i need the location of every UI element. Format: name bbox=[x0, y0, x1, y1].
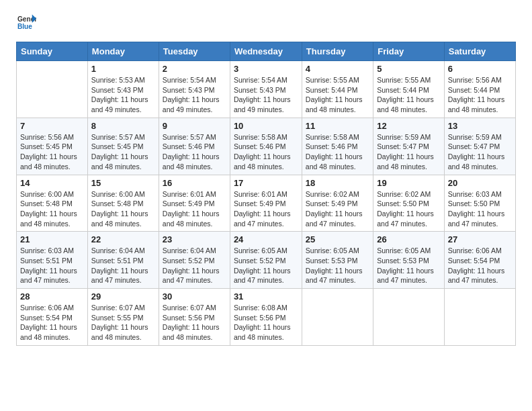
day-number: 4 bbox=[306, 64, 369, 74]
calendar-day-cell: 19Sunrise: 6:02 AM Sunset: 5:50 PM Dayli… bbox=[373, 175, 445, 232]
day-number: 31 bbox=[234, 291, 298, 302]
day-info: Sunrise: 5:56 AM Sunset: 5:45 PM Dayligh… bbox=[20, 132, 84, 172]
calendar-day-cell: 27Sunrise: 6:06 AM Sunset: 5:54 PM Dayli… bbox=[444, 232, 515, 289]
day-info: Sunrise: 6:05 AM Sunset: 5:53 PM Dayligh… bbox=[377, 246, 441, 285]
day-number: 7 bbox=[20, 121, 84, 131]
day-info: Sunrise: 6:03 AM Sunset: 5:51 PM Dayligh… bbox=[20, 246, 84, 285]
calendar-week-row: 7Sunrise: 5:56 AM Sunset: 5:45 PM Daylig… bbox=[17, 118, 516, 175]
day-number: 24 bbox=[234, 234, 298, 244]
day-info: Sunrise: 5:54 AM Sunset: 5:43 PM Dayligh… bbox=[163, 75, 226, 115]
calendar-day-cell: 6Sunrise: 5:56 AM Sunset: 5:44 PM Daylig… bbox=[444, 61, 515, 118]
day-number: 21 bbox=[20, 234, 84, 244]
day-number: 15 bbox=[91, 178, 155, 188]
calendar-day-cell: 22Sunrise: 6:04 AM Sunset: 5:51 PM Dayli… bbox=[87, 232, 159, 289]
calendar-day-cell: 11Sunrise: 5:58 AM Sunset: 5:46 PM Dayli… bbox=[302, 118, 373, 175]
calendar-day-cell: 12Sunrise: 5:59 AM Sunset: 5:47 PM Dayli… bbox=[373, 118, 445, 175]
day-number: 29 bbox=[91, 291, 155, 302]
day-number: 25 bbox=[306, 234, 369, 244]
svg-text:Blue: Blue bbox=[17, 23, 32, 30]
day-info: Sunrise: 6:04 AM Sunset: 5:52 PM Dayligh… bbox=[163, 246, 226, 285]
calendar-day-cell: 28Sunrise: 6:06 AM Sunset: 5:54 PM Dayli… bbox=[17, 289, 88, 346]
day-number: 11 bbox=[306, 121, 369, 131]
calendar-day-cell: 17Sunrise: 6:01 AM Sunset: 5:49 PM Dayli… bbox=[230, 175, 302, 232]
day-number: 30 bbox=[163, 291, 226, 302]
calendar-day-cell: 31Sunrise: 6:08 AM Sunset: 5:56 PM Dayli… bbox=[230, 289, 302, 346]
calendar-day-cell: 13Sunrise: 5:59 AM Sunset: 5:47 PM Dayli… bbox=[444, 118, 515, 175]
day-info: Sunrise: 6:01 AM Sunset: 5:49 PM Dayligh… bbox=[234, 189, 298, 229]
day-info: Sunrise: 5:59 AM Sunset: 5:47 PM Dayligh… bbox=[377, 132, 441, 172]
day-number: 17 bbox=[234, 178, 298, 188]
weekday-header-cell: Wednesday bbox=[230, 42, 302, 61]
day-number: 12 bbox=[377, 121, 441, 131]
day-number: 10 bbox=[234, 121, 298, 131]
calendar-day-cell: 29Sunrise: 6:07 AM Sunset: 5:55 PM Dayli… bbox=[87, 289, 159, 346]
day-info: Sunrise: 6:02 AM Sunset: 5:49 PM Dayligh… bbox=[306, 189, 369, 229]
day-number: 13 bbox=[448, 121, 512, 131]
calendar-day-cell bbox=[373, 289, 445, 346]
calendar-week-row: 28Sunrise: 6:06 AM Sunset: 5:54 PM Dayli… bbox=[17, 289, 516, 346]
calendar-day-cell: 18Sunrise: 6:02 AM Sunset: 5:49 PM Dayli… bbox=[302, 175, 373, 232]
day-number: 22 bbox=[91, 234, 155, 244]
calendar-day-cell bbox=[302, 289, 373, 346]
calendar-day-cell: 16Sunrise: 6:01 AM Sunset: 5:49 PM Dayli… bbox=[159, 175, 230, 232]
day-info: Sunrise: 5:53 AM Sunset: 5:43 PM Dayligh… bbox=[91, 75, 155, 115]
day-info: Sunrise: 6:02 AM Sunset: 5:50 PM Dayligh… bbox=[377, 189, 441, 229]
day-info: Sunrise: 6:00 AM Sunset: 5:48 PM Dayligh… bbox=[20, 189, 84, 229]
weekday-header-cell: Tuesday bbox=[159, 42, 230, 61]
calendar-week-row: 21Sunrise: 6:03 AM Sunset: 5:51 PM Dayli… bbox=[17, 232, 516, 289]
calendar-day-cell: 10Sunrise: 5:58 AM Sunset: 5:46 PM Dayli… bbox=[230, 118, 302, 175]
calendar-week-row: 14Sunrise: 6:00 AM Sunset: 5:48 PM Dayli… bbox=[17, 175, 516, 232]
calendar-day-cell: 2Sunrise: 5:54 AM Sunset: 5:43 PM Daylig… bbox=[159, 61, 230, 118]
day-number: 14 bbox=[20, 178, 84, 188]
day-info: Sunrise: 6:03 AM Sunset: 5:50 PM Dayligh… bbox=[448, 189, 512, 229]
calendar-day-cell bbox=[444, 289, 515, 346]
day-number: 2 bbox=[163, 64, 226, 74]
logo-icon: General Blue bbox=[17, 13, 36, 32]
day-number: 23 bbox=[163, 234, 226, 244]
weekday-header-cell: Monday bbox=[87, 42, 159, 61]
calendar-day-cell: 23Sunrise: 6:04 AM Sunset: 5:52 PM Dayli… bbox=[159, 232, 230, 289]
calendar-table: SundayMondayTuesdayWednesdayThursdayFrid… bbox=[16, 42, 516, 346]
calendar-day-cell: 24Sunrise: 6:05 AM Sunset: 5:52 PM Dayli… bbox=[230, 232, 302, 289]
day-info: Sunrise: 5:59 AM Sunset: 5:47 PM Dayligh… bbox=[448, 132, 512, 172]
day-info: Sunrise: 6:07 AM Sunset: 5:56 PM Dayligh… bbox=[163, 303, 226, 342]
day-info: Sunrise: 6:06 AM Sunset: 5:54 PM Dayligh… bbox=[20, 303, 84, 342]
day-number: 27 bbox=[448, 234, 512, 244]
day-info: Sunrise: 5:57 AM Sunset: 5:45 PM Dayligh… bbox=[91, 132, 155, 172]
calendar-day-cell: 26Sunrise: 6:05 AM Sunset: 5:53 PM Dayli… bbox=[373, 232, 445, 289]
day-info: Sunrise: 5:57 AM Sunset: 5:46 PM Dayligh… bbox=[163, 132, 226, 172]
calendar-week-row: 1Sunrise: 5:53 AM Sunset: 5:43 PM Daylig… bbox=[17, 61, 516, 118]
day-info: Sunrise: 6:06 AM Sunset: 5:54 PM Dayligh… bbox=[448, 246, 512, 285]
calendar-day-cell: 4Sunrise: 5:55 AM Sunset: 5:44 PM Daylig… bbox=[302, 61, 373, 118]
calendar-day-cell: 3Sunrise: 5:54 AM Sunset: 5:43 PM Daylig… bbox=[230, 61, 302, 118]
day-info: Sunrise: 6:08 AM Sunset: 5:56 PM Dayligh… bbox=[234, 303, 298, 342]
day-number: 19 bbox=[377, 178, 441, 188]
calendar-day-cell: 7Sunrise: 5:56 AM Sunset: 5:45 PM Daylig… bbox=[17, 118, 88, 175]
calendar-day-cell: 25Sunrise: 6:05 AM Sunset: 5:53 PM Dayli… bbox=[302, 232, 373, 289]
day-info: Sunrise: 5:55 AM Sunset: 5:44 PM Dayligh… bbox=[377, 75, 441, 115]
weekday-header-cell: Thursday bbox=[302, 42, 373, 61]
calendar-day-cell: 5Sunrise: 5:55 AM Sunset: 5:44 PM Daylig… bbox=[373, 61, 445, 118]
day-number: 5 bbox=[377, 64, 441, 74]
calendar-day-cell: 14Sunrise: 6:00 AM Sunset: 5:48 PM Dayli… bbox=[17, 175, 88, 232]
calendar-day-cell: 20Sunrise: 6:03 AM Sunset: 5:50 PM Dayli… bbox=[444, 175, 515, 232]
day-info: Sunrise: 5:55 AM Sunset: 5:44 PM Dayligh… bbox=[306, 75, 369, 115]
day-info: Sunrise: 6:05 AM Sunset: 5:53 PM Dayligh… bbox=[306, 246, 369, 285]
calendar-day-cell: 9Sunrise: 5:57 AM Sunset: 5:46 PM Daylig… bbox=[159, 118, 230, 175]
day-info: Sunrise: 6:01 AM Sunset: 5:49 PM Dayligh… bbox=[163, 189, 226, 229]
calendar-body: 1Sunrise: 5:53 AM Sunset: 5:43 PM Daylig… bbox=[17, 61, 516, 346]
weekday-header-cell: Friday bbox=[373, 42, 445, 61]
day-info: Sunrise: 5:54 AM Sunset: 5:43 PM Dayligh… bbox=[234, 75, 298, 115]
day-info: Sunrise: 5:58 AM Sunset: 5:46 PM Dayligh… bbox=[306, 132, 369, 172]
weekday-header-row: SundayMondayTuesdayWednesdayThursdayFrid… bbox=[17, 42, 516, 61]
page-header: General Blue bbox=[16, 13, 516, 35]
day-info: Sunrise: 6:04 AM Sunset: 5:51 PM Dayligh… bbox=[91, 246, 155, 285]
day-number: 8 bbox=[91, 121, 155, 131]
day-info: Sunrise: 6:00 AM Sunset: 5:48 PM Dayligh… bbox=[91, 189, 155, 229]
day-number: 18 bbox=[306, 178, 369, 188]
day-info: Sunrise: 5:56 AM Sunset: 5:44 PM Dayligh… bbox=[448, 75, 512, 115]
day-number: 3 bbox=[234, 64, 298, 74]
weekday-header-cell: Saturday bbox=[444, 42, 515, 61]
day-number: 9 bbox=[163, 121, 226, 131]
day-number: 26 bbox=[377, 234, 441, 244]
